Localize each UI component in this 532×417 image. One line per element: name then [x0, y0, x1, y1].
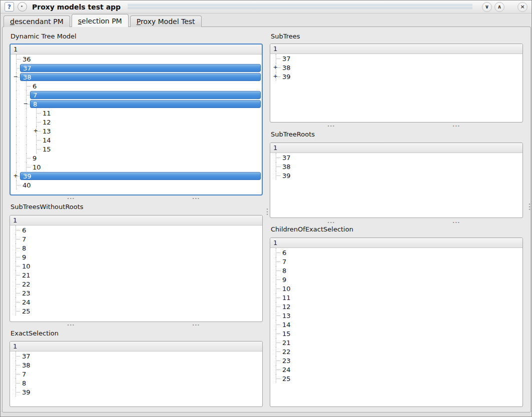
tree-item-9[interactable]: 9 [22, 254, 26, 261]
tree-row[interactable]: 21 [270, 338, 522, 347]
tree-item-12[interactable]: 12 [282, 303, 291, 310]
tree-item-13[interactable]: 13 [282, 312, 291, 320]
close-button[interactable]: × [517, 2, 527, 12]
expand-icon[interactable]: + [33, 126, 39, 136]
tree-row[interactable]: 13 [270, 311, 522, 320]
tree-column-header[interactable]: 1 [270, 44, 522, 54]
tree-row[interactable]: +39 [270, 72, 522, 81]
tree-children-of-exact-selection[interactable]: 1 67891011121314152122232425 [270, 238, 523, 407]
tree-row[interactable]: +38 [270, 63, 522, 72]
splitter-handle[interactable]: ··· [192, 198, 200, 200]
tree-item-22[interactable]: 22 [282, 348, 291, 356]
tree-row[interactable]: 7 [270, 257, 522, 266]
tree-item-6[interactable]: 6 [22, 226, 26, 234]
tree-row[interactable]: 10 [11, 162, 262, 172]
maximize-button[interactable]: ∧ [494, 2, 504, 12]
tree-row[interactable]: 23 [270, 356, 522, 365]
minimize-button[interactable]: ∨ [482, 2, 492, 12]
tree-row[interactable]: 37 [11, 64, 262, 72]
tree-row[interactable]: 7 [10, 370, 262, 378]
tree-row[interactable]: 39 [270, 171, 522, 180]
expand-icon[interactable]: + [13, 172, 19, 180]
tree-exact-selection[interactable]: 1 37387839 [10, 341, 263, 407]
tree-row[interactable]: 22 [10, 280, 262, 288]
splitter-handle[interactable]: ··· [67, 198, 75, 200]
tree-row[interactable]: 37 [270, 54, 522, 63]
tree-item-37[interactable]: 37 [282, 55, 291, 62]
tree-row[interactable]: 6 [11, 82, 262, 90]
tree-row[interactable]: 7 [11, 90, 262, 100]
tree-row[interactable]: +39 [11, 172, 262, 180]
splitter-handle[interactable]: ··· [67, 324, 75, 327]
tree-row[interactable]: 12 [11, 118, 262, 126]
tree-item-39[interactable]: 39 [22, 388, 31, 396]
tree-item-24[interactable]: 24 [22, 298, 31, 306]
tree-item-7[interactable]: 7 [22, 236, 26, 243]
window-menu-circle-dot-icon[interactable] [18, 2, 27, 12]
tree-item-38[interactable]: 38 [282, 163, 291, 170]
tree-column-header[interactable]: 1 [10, 216, 262, 226]
tree-item-10[interactable]: 10 [282, 285, 291, 292]
tree-row[interactable]: 11 [270, 293, 522, 302]
tree-item-10[interactable]: 10 [22, 262, 31, 270]
splitter-handle[interactable]: ··· [327, 222, 335, 224]
tree-item-36[interactable]: 36 [23, 56, 31, 63]
splitter-handle[interactable]: ··· [452, 222, 460, 224]
tab-proxy-model-test[interactable]: Proxy Model Test [130, 16, 202, 27]
tree-row[interactable]: 21 [10, 270, 262, 280]
tree-row[interactable]: 38 [270, 162, 522, 171]
tree-subtrees[interactable]: 1 37+38+39 [270, 44, 523, 122]
tree-row[interactable]: 14 [11, 136, 262, 144]
tree-row[interactable]: 25 [10, 306, 262, 316]
whats-this-help-icon[interactable]: ? [5, 2, 14, 12]
tree-item-8[interactable]: 8 [30, 100, 261, 108]
tree-row[interactable]: 15 [270, 329, 522, 338]
tree-row[interactable]: 10 [10, 262, 262, 270]
tree-row[interactable]: 23 [10, 288, 262, 298]
tree-item-8[interactable]: 8 [22, 244, 26, 252]
tree-item-23[interactable]: 23 [282, 357, 291, 364]
tab-selection-pm[interactable]: selection PM [72, 14, 129, 27]
tree-item-40[interactable]: 40 [23, 182, 31, 189]
tree-item-37[interactable]: 37 [22, 352, 31, 360]
tree-item-38[interactable]: 38 [20, 73, 261, 81]
tree-row[interactable]: 22 [270, 347, 522, 356]
tree-row[interactable]: 40 [11, 180, 262, 190]
splitter-handle[interactable]: ··· [527, 203, 530, 211]
tree-item-9[interactable]: 9 [33, 154, 37, 162]
tree-row[interactable]: 15 [11, 144, 262, 154]
tree-row[interactable]: 8 [270, 266, 522, 275]
tree-row[interactable]: 14 [270, 320, 522, 329]
tree-row[interactable]: 39 [10, 388, 262, 396]
tab-descendant-pm[interactable]: descendant PM [4, 16, 70, 27]
titlebar[interactable]: ? Proxy models test app ∨ ∧ × [1, 0, 531, 14]
tree-column-header[interactable]: 1 [10, 342, 262, 352]
tree-item-14[interactable]: 14 [282, 321, 291, 328]
tree-item-14[interactable]: 14 [43, 136, 51, 144]
tree-item-21[interactable]: 21 [282, 339, 291, 346]
tree-row[interactable]: 8 [10, 378, 262, 388]
tree-item-38[interactable]: 38 [22, 362, 31, 369]
expand-icon[interactable]: + [272, 72, 278, 81]
tree-row[interactable]: 24 [10, 298, 262, 306]
tree-item-37[interactable]: 37 [20, 64, 261, 72]
tree-item-37[interactable]: 37 [282, 154, 291, 162]
tree-item-9[interactable]: 9 [282, 276, 286, 284]
tree-row[interactable]: +13 [11, 126, 262, 136]
collapse-icon[interactable]: − [23, 100, 29, 108]
tree-item-7[interactable]: 7 [22, 370, 26, 378]
tree-item-6[interactable]: 6 [33, 82, 37, 90]
tree-row[interactable]: 37 [270, 153, 522, 162]
tree-item-39[interactable]: 39 [20, 172, 261, 180]
splitter-handle[interactable]: ··· [327, 125, 335, 128]
tree-row[interactable]: 10 [270, 284, 522, 293]
tree-item-11[interactable]: 11 [43, 110, 51, 117]
tree-item-11[interactable]: 11 [282, 294, 291, 302]
tree-subtrees-without-roots[interactable]: 1 6789102122232425 [10, 215, 263, 322]
tree-row[interactable]: 9 [270, 275, 522, 284]
tree-item-21[interactable]: 21 [22, 272, 31, 279]
tree-item-6[interactable]: 6 [282, 249, 286, 256]
tree-item-39[interactable]: 39 [282, 172, 291, 180]
tree-row[interactable]: −38 [11, 72, 262, 82]
tree-row[interactable]: 38 [10, 360, 262, 370]
